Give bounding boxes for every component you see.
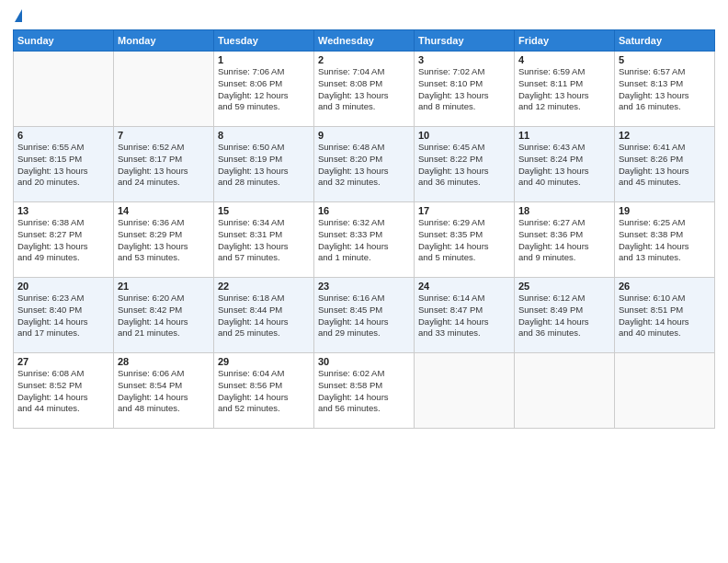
- day-number: 10: [418, 130, 510, 141]
- day-info: Sunrise: 6:59 AM Sunset: 8:11 PM Dayligh…: [518, 66, 610, 113]
- day-info: Sunrise: 6:10 AM Sunset: 8:51 PM Dayligh…: [619, 293, 711, 339]
- calendar-cell: 12Sunrise: 6:41 AM Sunset: 8:26 PM Dayli…: [615, 127, 715, 202]
- day-number: 8: [218, 130, 310, 141]
- calendar-cell: 2Sunrise: 7:04 AM Sunset: 8:08 PM Daylig…: [314, 52, 415, 127]
- day-of-week-monday: Monday: [114, 30, 214, 52]
- calendar-cell: 23Sunrise: 6:16 AM Sunset: 8:45 PM Dayli…: [314, 278, 415, 353]
- calendar-cell: 15Sunrise: 6:34 AM Sunset: 8:31 PM Dayli…: [214, 202, 314, 278]
- week-row-4: 20Sunrise: 6:23 AM Sunset: 8:40 PM Dayli…: [14, 278, 715, 353]
- day-info: Sunrise: 6:34 AM Sunset: 8:31 PM Dayligh…: [218, 217, 310, 264]
- calendar-cell: 6Sunrise: 6:55 AM Sunset: 8:15 PM Daylig…: [14, 127, 114, 202]
- calendar-cell: 10Sunrise: 6:45 AM Sunset: 8:22 PM Dayli…: [415, 127, 515, 202]
- day-of-week-thursday: Thursday: [415, 30, 515, 52]
- page: SundayMondayTuesdayWednesdayThursdayFrid…: [0, 0, 728, 563]
- day-number: 23: [318, 281, 410, 292]
- day-number: 15: [218, 205, 310, 216]
- calendar-cell: 9Sunrise: 6:48 AM Sunset: 8:20 PM Daylig…: [314, 127, 415, 202]
- day-info: Sunrise: 6:41 AM Sunset: 8:26 PM Dayligh…: [619, 142, 711, 189]
- calendar-cell: [515, 353, 615, 429]
- day-info: Sunrise: 7:04 AM Sunset: 8:08 PM Dayligh…: [318, 66, 410, 113]
- day-number: 13: [17, 205, 109, 216]
- calendar-cell: 4Sunrise: 6:59 AM Sunset: 8:11 PM Daylig…: [515, 52, 615, 127]
- day-number: 1: [218, 54, 310, 65]
- header: [13, 9, 715, 24]
- day-info: Sunrise: 6:38 AM Sunset: 8:27 PM Dayligh…: [17, 217, 109, 264]
- calendar-cell: 19Sunrise: 6:25 AM Sunset: 8:38 PM Dayli…: [615, 202, 715, 278]
- day-number: 26: [619, 281, 711, 292]
- day-info: Sunrise: 6:57 AM Sunset: 8:13 PM Dayligh…: [619, 66, 711, 113]
- day-of-week-sunday: Sunday: [14, 30, 114, 52]
- calendar-cell: 13Sunrise: 6:38 AM Sunset: 8:27 PM Dayli…: [14, 202, 114, 278]
- day-number: 4: [518, 54, 610, 65]
- calendar-cell: 26Sunrise: 6:10 AM Sunset: 8:51 PM Dayli…: [615, 278, 715, 353]
- day-info: Sunrise: 6:29 AM Sunset: 8:35 PM Dayligh…: [418, 217, 510, 264]
- day-number: 6: [17, 130, 109, 141]
- calendar-cell: 24Sunrise: 6:14 AM Sunset: 8:47 PM Dayli…: [415, 278, 515, 353]
- day-info: Sunrise: 6:20 AM Sunset: 8:42 PM Dayligh…: [118, 293, 210, 339]
- day-number: 16: [318, 205, 410, 216]
- calendar-cell: 16Sunrise: 6:32 AM Sunset: 8:33 PM Dayli…: [314, 202, 415, 278]
- calendar-cell: 27Sunrise: 6:08 AM Sunset: 8:52 PM Dayli…: [14, 353, 114, 429]
- day-number: 12: [619, 130, 711, 141]
- day-number: 14: [118, 205, 210, 216]
- day-number: 2: [318, 54, 410, 65]
- day-number: 29: [218, 356, 310, 367]
- day-info: Sunrise: 6:16 AM Sunset: 8:45 PM Dayligh…: [318, 293, 410, 339]
- calendar-cell: 5Sunrise: 6:57 AM Sunset: 8:13 PM Daylig…: [615, 52, 715, 127]
- day-info: Sunrise: 6:06 AM Sunset: 8:54 PM Dayligh…: [118, 368, 210, 415]
- header-row: SundayMondayTuesdayWednesdayThursdayFrid…: [14, 30, 715, 52]
- day-info: Sunrise: 6:43 AM Sunset: 8:24 PM Dayligh…: [518, 142, 610, 189]
- day-info: Sunrise: 6:32 AM Sunset: 8:33 PM Dayligh…: [318, 217, 410, 264]
- day-number: 22: [218, 281, 310, 292]
- day-info: Sunrise: 6:36 AM Sunset: 8:29 PM Dayligh…: [118, 217, 210, 264]
- calendar-cell: 17Sunrise: 6:29 AM Sunset: 8:35 PM Dayli…: [415, 202, 515, 278]
- day-of-week-friday: Friday: [515, 30, 615, 52]
- day-info: Sunrise: 6:52 AM Sunset: 8:17 PM Dayligh…: [118, 142, 210, 189]
- day-number: 5: [619, 54, 711, 65]
- week-row-3: 13Sunrise: 6:38 AM Sunset: 8:27 PM Dayli…: [14, 202, 715, 278]
- week-row-1: 1Sunrise: 7:06 AM Sunset: 8:06 PM Daylig…: [14, 52, 715, 127]
- day-info: Sunrise: 7:06 AM Sunset: 8:06 PM Dayligh…: [218, 66, 310, 113]
- day-number: 18: [518, 205, 610, 216]
- calendar-cell: [14, 52, 114, 127]
- calendar-cell: 25Sunrise: 6:12 AM Sunset: 8:49 PM Dayli…: [515, 278, 615, 353]
- day-of-week-wednesday: Wednesday: [314, 30, 415, 52]
- day-number: 28: [118, 356, 210, 367]
- calendar-cell: 11Sunrise: 6:43 AM Sunset: 8:24 PM Dayli…: [515, 127, 615, 202]
- logo: [13, 9, 22, 24]
- day-info: Sunrise: 6:04 AM Sunset: 8:56 PM Dayligh…: [218, 368, 310, 415]
- day-number: 7: [118, 130, 210, 141]
- calendar-cell: 30Sunrise: 6:02 AM Sunset: 8:58 PM Dayli…: [314, 353, 415, 429]
- logo-triangle-icon: [15, 9, 22, 22]
- day-of-week-tuesday: Tuesday: [214, 30, 314, 52]
- day-number: 11: [518, 130, 610, 141]
- day-info: Sunrise: 7:02 AM Sunset: 8:10 PM Dayligh…: [418, 66, 510, 113]
- day-info: Sunrise: 6:50 AM Sunset: 8:19 PM Dayligh…: [218, 142, 310, 189]
- day-info: Sunrise: 6:25 AM Sunset: 8:38 PM Dayligh…: [619, 217, 711, 264]
- day-number: 30: [318, 356, 410, 367]
- calendar-cell: 22Sunrise: 6:18 AM Sunset: 8:44 PM Dayli…: [214, 278, 314, 353]
- day-number: 20: [17, 281, 109, 292]
- calendar-cell: 20Sunrise: 6:23 AM Sunset: 8:40 PM Dayli…: [14, 278, 114, 353]
- day-number: 3: [418, 54, 510, 65]
- calendar-cell: [114, 52, 214, 127]
- calendar-cell: 7Sunrise: 6:52 AM Sunset: 8:17 PM Daylig…: [114, 127, 214, 202]
- calendar-cell: 8Sunrise: 6:50 AM Sunset: 8:19 PM Daylig…: [214, 127, 314, 202]
- calendar-table: SundayMondayTuesdayWednesdayThursdayFrid…: [13, 29, 715, 429]
- calendar-cell: 3Sunrise: 7:02 AM Sunset: 8:10 PM Daylig…: [415, 52, 515, 127]
- calendar-cell: 18Sunrise: 6:27 AM Sunset: 8:36 PM Dayli…: [515, 202, 615, 278]
- calendar-cell: 29Sunrise: 6:04 AM Sunset: 8:56 PM Dayli…: [214, 353, 314, 429]
- week-row-5: 27Sunrise: 6:08 AM Sunset: 8:52 PM Dayli…: [14, 353, 715, 429]
- day-info: Sunrise: 6:12 AM Sunset: 8:49 PM Dayligh…: [518, 293, 610, 339]
- day-info: Sunrise: 6:08 AM Sunset: 8:52 PM Dayligh…: [17, 368, 109, 415]
- day-info: Sunrise: 6:55 AM Sunset: 8:15 PM Dayligh…: [17, 142, 109, 189]
- day-number: 24: [418, 281, 510, 292]
- calendar-cell: 21Sunrise: 6:20 AM Sunset: 8:42 PM Dayli…: [114, 278, 214, 353]
- week-row-2: 6Sunrise: 6:55 AM Sunset: 8:15 PM Daylig…: [14, 127, 715, 202]
- day-info: Sunrise: 6:45 AM Sunset: 8:22 PM Dayligh…: [418, 142, 510, 189]
- day-info: Sunrise: 6:48 AM Sunset: 8:20 PM Dayligh…: [318, 142, 410, 189]
- day-info: Sunrise: 6:18 AM Sunset: 8:44 PM Dayligh…: [218, 293, 310, 339]
- day-info: Sunrise: 6:02 AM Sunset: 8:58 PM Dayligh…: [318, 368, 410, 415]
- day-info: Sunrise: 6:27 AM Sunset: 8:36 PM Dayligh…: [518, 217, 610, 264]
- day-info: Sunrise: 6:23 AM Sunset: 8:40 PM Dayligh…: [17, 293, 109, 339]
